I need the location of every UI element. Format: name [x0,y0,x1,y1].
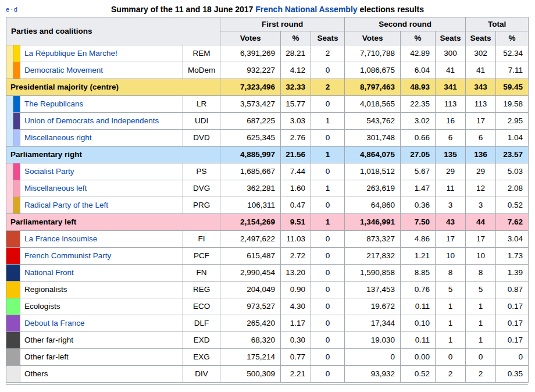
second-round-seats: 3 [436,197,466,214]
second-round-seats: 16 [436,113,466,130]
total-seats: 6 [466,130,496,147]
second-round-votes: 873,327 [345,231,401,248]
second-round-votes: 1,590,858 [345,265,401,281]
party-row: Other far-left EXG 175,214 0.77 0 0 0.00… [6,349,529,366]
second-round-votes: 1,018,512 [345,163,401,180]
second-round-votes: 7,710,788 [345,45,401,62]
party-link[interactable]: Socialist Party [24,167,74,176]
first-round-seats: 1 [311,113,345,130]
party-color-swatch [13,180,20,197]
party-row: Miscellaneous right DVD 625,345 2.76 0 3… [6,130,529,147]
party-link[interactable]: Miscellaneous right [24,133,92,142]
summary-row-centre: Presidential majority (centre) 7,323,496… [6,79,529,96]
second-round-votes: 263,619 [345,180,401,197]
party-name-text: Ecologists [24,302,60,311]
party-name-text: Other far-right [24,336,73,344]
party-link[interactable]: La France insoumise [24,234,97,243]
total-seats: 302 [466,45,496,62]
party-link[interactable]: Union of Democrats and Independents [24,116,159,125]
first-round-votes: 6,391,269 [220,45,281,62]
party-row: Others DIV 500,309 2.21 0 93,932 0.52 2 … [6,366,529,383]
header-first-round: First round [220,17,345,31]
first-round-votes: 615,487 [220,248,281,265]
first-round-seats: 0 [311,315,345,332]
second-round-pct: 0.11 [401,298,436,315]
party-name-cell: Miscellaneous left [20,180,183,197]
party-abbr: DVD [183,130,220,147]
party-link[interactable]: Miscellaneous left [24,184,87,193]
first-round-pct: 9.51 [281,214,311,231]
second-round-pct: 0.52 [401,366,436,383]
total-pct: 7.62 [496,214,529,231]
first-round-pct: 1.60 [281,180,311,197]
party-link[interactable]: Debout la France [24,319,85,327]
first-round-seats: 0 [311,298,345,315]
party-name-cell: Miscellaneous right [20,130,183,147]
party-abbr: EXG [183,349,220,366]
party-color-swatch [6,265,20,281]
second-round-seats: 300 [436,45,466,62]
party-row: La République En Marche! REM 6,391,269 2… [6,45,529,62]
coalition-color-bar-left [6,163,13,214]
party-link[interactable]: National Front [24,268,74,277]
party-abbr: UDI [183,113,220,130]
edit-links-separator: · [9,6,14,13]
total-seats: 17 [466,231,496,248]
national-assembly-link[interactable]: French National Assembly [255,5,357,14]
party-link[interactable]: Democratic Movement [24,66,103,74]
second-round-votes: 1,086,675 [345,62,401,79]
party-abbr: PCF [183,248,220,265]
first-round-seats: 0 [311,231,345,248]
party-link[interactable]: French Communist Party [24,251,111,260]
party-link[interactable]: Radical Party of the Left [24,201,108,209]
second-round-votes: 4,864,075 [345,147,401,163]
party-link[interactable]: La République En Marche! [24,49,117,58]
total-seats: 113 [466,96,496,113]
total-seats: 41 [466,62,496,79]
first-round-seats: 1 [311,147,345,163]
second-round-pct: 27.05 [401,147,436,163]
party-row: Ecologists ECO 973,527 4.30 0 19.672 0.1… [6,298,529,315]
second-round-seats: 6 [436,130,466,147]
party-name-text: Others [24,369,48,378]
second-round-seats: 5 [436,281,466,298]
first-round-pct: 15.77 [281,96,311,113]
header-fr-seats: Seats [311,31,345,45]
first-round-seats: 0 [311,349,345,366]
header-sr-percent: % [401,31,436,45]
party-abbr: DLF [183,315,220,332]
second-round-seats: 41 [436,62,466,79]
second-round-votes: 19.030 [345,332,401,349]
first-round-votes: 204,049 [220,281,281,298]
first-round-votes: 175,214 [220,349,281,366]
total-seats: 44 [466,214,496,231]
header-total-percent: % [496,31,529,45]
edit-link-d[interactable]: d [14,6,17,13]
second-round-seats: 0 [436,349,466,366]
first-round-seats: 0 [311,130,345,147]
first-round-votes: 687,225 [220,113,281,130]
first-round-seats: 0 [311,265,345,281]
second-round-pct: 4.86 [401,231,436,248]
summary-name: Parliamentary left [6,214,220,231]
total-seats: 29 [466,163,496,180]
template-edit-links: e·d [6,2,17,17]
second-round-votes: 64,860 [345,197,401,214]
first-round-pct: 11.03 [281,231,311,248]
first-round-seats: 0 [311,197,345,214]
header-sr-votes: Votes [345,31,401,45]
second-round-pct: 0.66 [401,130,436,147]
party-color-swatch [6,349,20,366]
party-abbr: DVG [183,180,220,197]
total-seats: 0 [466,349,496,366]
party-name-text: Regionalists [24,285,67,294]
header-sr-seats: Seats [436,31,466,45]
total-pct: 2.08 [496,180,529,197]
party-color-swatch [6,366,20,383]
second-round-pct: 6.04 [401,62,436,79]
first-round-seats: 1 [311,180,345,197]
party-link[interactable]: The Republicans [24,99,83,108]
first-round-pct: 32.33 [281,79,311,96]
second-round-votes: 19.672 [345,298,401,315]
first-round-votes: 932,227 [220,62,281,79]
